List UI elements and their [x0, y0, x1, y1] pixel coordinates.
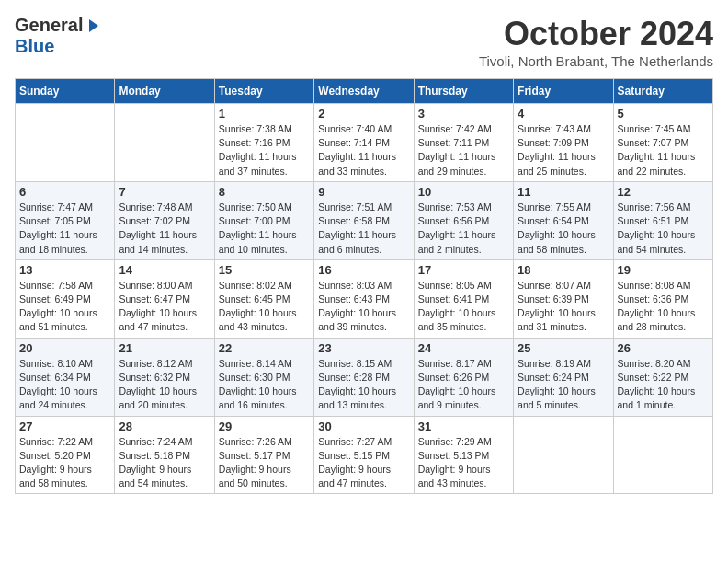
day-cell — [514, 416, 613, 494]
day-info: Sunrise: 7:26 AM Sunset: 5:17 PM Dayligh… — [219, 435, 310, 491]
day-info: Sunrise: 7:43 AM Sunset: 7:09 PM Dayligh… — [518, 122, 609, 178]
day-info: Sunrise: 8:10 AM Sunset: 6:34 PM Dayligh… — [19, 357, 110, 413]
day-number: 4 — [518, 107, 609, 121]
day-cell: 17Sunrise: 8:05 AM Sunset: 6:41 PM Dayli… — [414, 259, 513, 338]
day-number: 3 — [418, 107, 509, 121]
day-number: 18 — [518, 263, 609, 277]
day-cell: 27Sunrise: 7:22 AM Sunset: 5:20 PM Dayli… — [16, 416, 115, 494]
day-info: Sunrise: 7:53 AM Sunset: 6:56 PM Dayligh… — [418, 201, 509, 257]
day-number: 22 — [219, 341, 310, 355]
day-info: Sunrise: 8:12 AM Sunset: 6:32 PM Dayligh… — [119, 357, 210, 413]
day-number: 27 — [19, 419, 110, 433]
day-info: Sunrise: 8:15 AM Sunset: 6:28 PM Dayligh… — [318, 357, 409, 413]
header-row: SundayMondayTuesdayWednesdayThursdayFrid… — [16, 79, 713, 104]
day-cell: 3Sunrise: 7:42 AM Sunset: 7:11 PM Daylig… — [414, 104, 513, 182]
day-number: 1 — [219, 107, 310, 121]
week-row-2: 6Sunrise: 7:47 AM Sunset: 7:05 PM Daylig… — [16, 181, 713, 259]
day-info: Sunrise: 7:29 AM Sunset: 5:13 PM Dayligh… — [418, 435, 509, 491]
day-info: Sunrise: 7:40 AM Sunset: 7:14 PM Dayligh… — [318, 122, 409, 178]
day-cell: 5Sunrise: 7:45 AM Sunset: 7:07 PM Daylig… — [613, 104, 712, 182]
day-info: Sunrise: 7:42 AM Sunset: 7:11 PM Dayligh… — [418, 122, 509, 178]
day-cell: 24Sunrise: 8:17 AM Sunset: 6:26 PM Dayli… — [414, 338, 513, 416]
week-row-4: 20Sunrise: 8:10 AM Sunset: 6:34 PM Dayli… — [16, 338, 713, 416]
day-cell: 25Sunrise: 8:19 AM Sunset: 6:24 PM Dayli… — [514, 338, 613, 416]
day-cell: 8Sunrise: 7:50 AM Sunset: 7:00 PM Daylig… — [214, 181, 313, 259]
day-info: Sunrise: 7:58 AM Sunset: 6:49 PM Dayligh… — [19, 279, 110, 335]
day-number: 23 — [318, 341, 409, 355]
day-cell: 28Sunrise: 7:24 AM Sunset: 5:18 PM Dayli… — [115, 416, 214, 494]
day-number: 21 — [119, 341, 210, 355]
col-header-sunday: Sunday — [16, 79, 115, 104]
day-cell: 7Sunrise: 7:48 AM Sunset: 7:02 PM Daylig… — [115, 181, 214, 259]
title-section: October 2024 Tivoli, North Brabant, The … — [479, 15, 713, 69]
day-info: Sunrise: 8:07 AM Sunset: 6:39 PM Dayligh… — [518, 279, 609, 335]
month-title: October 2024 — [479, 15, 713, 53]
day-number: 10 — [418, 185, 509, 199]
day-cell: 26Sunrise: 8:20 AM Sunset: 6:22 PM Dayli… — [613, 338, 712, 416]
day-cell: 31Sunrise: 7:29 AM Sunset: 5:13 PM Dayli… — [414, 416, 513, 494]
day-cell — [115, 104, 214, 182]
day-info: Sunrise: 7:55 AM Sunset: 6:54 PM Dayligh… — [518, 201, 609, 257]
day-cell — [613, 416, 712, 494]
day-number: 26 — [618, 341, 709, 355]
day-info: Sunrise: 7:27 AM Sunset: 5:15 PM Dayligh… — [318, 435, 409, 491]
day-number: 8 — [219, 185, 310, 199]
day-cell: 1Sunrise: 7:38 AM Sunset: 7:16 PM Daylig… — [214, 104, 313, 182]
day-info: Sunrise: 8:08 AM Sunset: 6:36 PM Dayligh… — [618, 279, 709, 335]
day-number: 16 — [318, 263, 409, 277]
day-number: 31 — [418, 419, 509, 433]
day-cell: 22Sunrise: 8:14 AM Sunset: 6:30 PM Dayli… — [214, 338, 313, 416]
day-number: 7 — [119, 185, 210, 199]
day-cell: 29Sunrise: 7:26 AM Sunset: 5:17 PM Dayli… — [214, 416, 313, 494]
location: Tivoli, North Brabant, The Netherlands — [479, 53, 713, 69]
day-number: 15 — [219, 263, 310, 277]
day-number: 2 — [318, 107, 409, 121]
day-cell — [16, 104, 115, 182]
day-info: Sunrise: 7:50 AM Sunset: 7:00 PM Dayligh… — [219, 201, 310, 257]
day-cell: 23Sunrise: 8:15 AM Sunset: 6:28 PM Dayli… — [314, 338, 414, 416]
day-number: 6 — [19, 185, 110, 199]
day-cell: 13Sunrise: 7:58 AM Sunset: 6:49 PM Dayli… — [16, 259, 115, 338]
day-info: Sunrise: 7:56 AM Sunset: 6:51 PM Dayligh… — [618, 201, 709, 257]
week-row-3: 13Sunrise: 7:58 AM Sunset: 6:49 PM Dayli… — [16, 259, 713, 338]
col-header-friday: Friday — [514, 79, 613, 104]
col-header-tuesday: Tuesday — [214, 79, 313, 104]
day-cell: 16Sunrise: 8:03 AM Sunset: 6:43 PM Dayli… — [314, 259, 414, 338]
day-info: Sunrise: 8:02 AM Sunset: 6:45 PM Dayligh… — [219, 279, 310, 335]
day-info: Sunrise: 8:05 AM Sunset: 6:41 PM Dayligh… — [418, 279, 509, 335]
day-cell: 15Sunrise: 8:02 AM Sunset: 6:45 PM Dayli… — [214, 259, 313, 338]
day-number: 11 — [518, 185, 609, 199]
week-row-5: 27Sunrise: 7:22 AM Sunset: 5:20 PM Dayli… — [16, 416, 713, 494]
col-header-wednesday: Wednesday — [314, 79, 414, 104]
day-info: Sunrise: 8:17 AM Sunset: 6:26 PM Dayligh… — [418, 357, 509, 413]
day-cell: 14Sunrise: 8:00 AM Sunset: 6:47 PM Dayli… — [115, 259, 214, 338]
day-number: 14 — [119, 263, 210, 277]
day-cell: 10Sunrise: 7:53 AM Sunset: 6:56 PM Dayli… — [414, 181, 513, 259]
day-cell: 21Sunrise: 8:12 AM Sunset: 6:32 PM Dayli… — [115, 338, 214, 416]
day-cell: 18Sunrise: 8:07 AM Sunset: 6:39 PM Dayli… — [514, 259, 613, 338]
day-number: 19 — [618, 263, 709, 277]
day-number: 25 — [518, 341, 609, 355]
day-number: 20 — [19, 341, 110, 355]
logo-general-text: General — [15, 15, 83, 36]
day-info: Sunrise: 7:48 AM Sunset: 7:02 PM Dayligh… — [119, 201, 210, 257]
day-info: Sunrise: 8:20 AM Sunset: 6:22 PM Dayligh… — [618, 357, 709, 413]
day-info: Sunrise: 7:22 AM Sunset: 5:20 PM Dayligh… — [19, 435, 110, 491]
svg-marker-0 — [89, 19, 98, 32]
day-cell: 2Sunrise: 7:40 AM Sunset: 7:14 PM Daylig… — [314, 104, 414, 182]
day-info: Sunrise: 7:45 AM Sunset: 7:07 PM Dayligh… — [618, 122, 709, 178]
day-info: Sunrise: 7:47 AM Sunset: 7:05 PM Dayligh… — [19, 201, 110, 257]
day-info: Sunrise: 8:14 AM Sunset: 6:30 PM Dayligh… — [219, 357, 310, 413]
logo-blue-text: Blue — [15, 36, 54, 57]
day-number: 9 — [318, 185, 409, 199]
col-header-thursday: Thursday — [414, 79, 513, 104]
day-cell: 12Sunrise: 7:56 AM Sunset: 6:51 PM Dayli… — [613, 181, 712, 259]
day-number: 30 — [318, 419, 409, 433]
day-cell: 4Sunrise: 7:43 AM Sunset: 7:09 PM Daylig… — [514, 104, 613, 182]
day-cell: 9Sunrise: 7:51 AM Sunset: 6:58 PM Daylig… — [314, 181, 414, 259]
day-info: Sunrise: 8:19 AM Sunset: 6:24 PM Dayligh… — [518, 357, 609, 413]
calendar-table: SundayMondayTuesdayWednesdayThursdayFrid… — [15, 78, 713, 494]
day-cell: 20Sunrise: 8:10 AM Sunset: 6:34 PM Dayli… — [16, 338, 115, 416]
page-header: General Blue October 2024 Tivoli, North … — [15, 15, 713, 69]
day-info: Sunrise: 7:24 AM Sunset: 5:18 PM Dayligh… — [119, 435, 210, 491]
